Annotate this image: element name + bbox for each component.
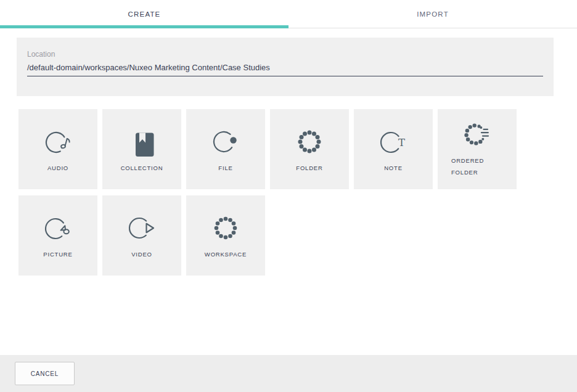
tab-create[interactable]: CREATE — [0, 0, 288, 28]
tile-workspace-label: WORKSPACE — [205, 251, 247, 258]
tile-file-label: FILE — [218, 165, 232, 171]
tile-ordered-folder[interactable]: ORDERED FOLDER — [438, 109, 517, 189]
tab-import[interactable]: IMPORT — [288, 0, 577, 28]
document-type-grid: AUDIO COLLECTION FILE — [18, 109, 517, 276]
tile-folder-label: FOLDER — [296, 165, 322, 171]
tile-ordered-folder-label: ORDERED FOLDER — [451, 155, 487, 178]
picture-icon — [43, 213, 73, 243]
tile-workspace[interactable]: WORKSPACE — [186, 195, 265, 276]
file-icon — [211, 127, 240, 157]
tile-audio-label: AUDIO — [47, 165, 68, 171]
tile-note-label: NOTE — [384, 165, 403, 171]
workspace-icon — [211, 213, 240, 243]
video-icon — [127, 213, 157, 243]
note-icon: T — [379, 127, 408, 157]
tile-collection-label: COLLECTION — [121, 165, 163, 171]
tile-note[interactable]: T NOTE — [354, 109, 433, 189]
audio-icon — [43, 127, 73, 157]
tile-file[interactable]: FILE — [186, 109, 265, 189]
tile-picture-label: PICTURE — [43, 251, 72, 258]
tile-picture[interactable]: PICTURE — [18, 195, 97, 276]
location-label: Location — [27, 50, 543, 59]
tile-audio[interactable]: AUDIO — [18, 109, 97, 189]
footer-bar: CANCEL — [0, 355, 577, 392]
tab-import-label: IMPORT — [417, 10, 449, 18]
tab-bar: CREATE IMPORT — [0, 0, 577, 28]
tile-video[interactable]: VIDEO — [102, 195, 181, 276]
location-input[interactable]: /default-domain/workspaces/Nuxeo Marketi… — [27, 63, 543, 76]
tile-folder[interactable]: FOLDER — [270, 109, 349, 189]
create-document-dialog: CREATE IMPORT Location /default-domain/w… — [0, 0, 577, 392]
tab-create-label: CREATE — [128, 10, 161, 18]
location-panel: Location /default-domain/workspaces/Nuxe… — [17, 38, 554, 96]
ordered-folder-icon — [462, 120, 492, 149]
collection-icon — [127, 127, 157, 157]
tile-collection[interactable]: COLLECTION — [102, 109, 181, 189]
svg-text:T: T — [398, 137, 405, 149]
cancel-button[interactable]: CANCEL — [15, 362, 75, 385]
tile-video-label: VIDEO — [131, 251, 152, 258]
folder-icon — [295, 127, 324, 157]
